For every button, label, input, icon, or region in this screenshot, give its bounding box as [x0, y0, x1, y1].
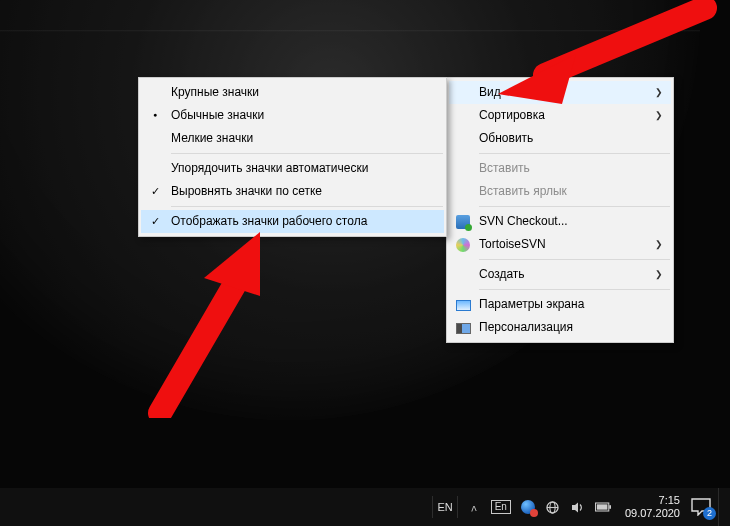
submenu-arrow-icon: [655, 263, 663, 286]
menu-separator: [479, 259, 670, 260]
menu-item-auto-arrange[interactable]: Упорядочить значки автоматически: [141, 157, 444, 180]
menu-item-label: TortoiseSVN: [479, 237, 546, 251]
svg-rect-6: [609, 505, 611, 509]
menu-separator: [479, 289, 670, 290]
menu-item-label: Выровнять значки по сетке: [171, 184, 322, 198]
menu-item-label: Персонализация: [479, 320, 573, 334]
menu-item-svn-checkout[interactable]: SVN Checkout...: [449, 210, 671, 233]
menu-item-label: Вставить ярлык: [479, 184, 567, 198]
menu-item-tortoisesvn[interactable]: TortoiseSVN: [449, 233, 671, 256]
menu-item-show-desktop-icons[interactable]: Отображать значки рабочего стола: [141, 210, 444, 233]
taskbar-separator: [457, 496, 458, 518]
lang-code[interactable]: EN: [437, 501, 452, 513]
wallpaper-equator-line: [0, 30, 700, 32]
menu-item-label: Отображать значки рабочего стола: [171, 214, 367, 228]
submenu-arrow-icon: [655, 104, 663, 127]
clock-time: 7:15: [625, 494, 680, 507]
svg-rect-7: [597, 504, 608, 509]
menu-item-label: Вставить: [479, 161, 530, 175]
menu-separator: [171, 206, 443, 207]
menu-item-label: Обычные значки: [171, 108, 264, 122]
battery-icon[interactable]: [595, 499, 611, 515]
svn-checkout-icon: [455, 214, 471, 230]
submenu-arrow-icon: [655, 81, 663, 104]
notification-count-badge: 2: [703, 507, 716, 520]
personalization-icon: [455, 320, 471, 336]
menu-item-label: Параметры экрана: [479, 297, 584, 311]
menu-item-sort[interactable]: Сортировка: [449, 104, 671, 127]
taskbar: EN ʌ En 7:15 09.07.2020 2: [0, 488, 730, 526]
network-icon[interactable]: [545, 499, 561, 515]
menu-separator: [479, 206, 670, 207]
desktop-context-menu: Вид Сортировка Обновить Вставить Вставит…: [446, 77, 674, 343]
taskbar-clock[interactable]: 7:15 09.07.2020: [625, 494, 680, 520]
keyboard-layout-badge[interactable]: En: [491, 500, 511, 514]
menu-separator: [171, 153, 443, 154]
tortoisesvn-icon: [455, 237, 471, 253]
display-settings-icon: [455, 297, 471, 313]
menu-item-label: Вид: [479, 85, 501, 99]
menu-item-small-icons[interactable]: Мелкие значки: [141, 127, 444, 150]
menu-item-label: Сортировка: [479, 108, 545, 122]
menu-item-label: Крупные значки: [171, 85, 259, 99]
menu-item-personalization[interactable]: Персонализация: [449, 316, 671, 339]
tray: ʌ En: [462, 499, 615, 515]
menu-item-view[interactable]: Вид: [449, 81, 671, 104]
tray-app-icon[interactable]: [520, 499, 536, 515]
menu-item-new[interactable]: Создать: [449, 263, 671, 286]
action-center-button[interactable]: 2: [688, 495, 714, 519]
menu-separator: [479, 153, 670, 154]
menu-item-label: Мелкие значки: [171, 131, 253, 145]
clock-date: 09.07.2020: [625, 507, 680, 520]
submenu-arrow-icon: [655, 233, 663, 256]
menu-item-paste-shortcut: Вставить ярлык: [449, 180, 671, 203]
menu-item-large-icons[interactable]: Крупные значки: [141, 81, 444, 104]
bullet-mark-icon: [141, 104, 169, 128]
show-desktop-button[interactable]: [718, 488, 724, 526]
taskbar-separator: [432, 496, 433, 518]
menu-item-paste: Вставить: [449, 157, 671, 180]
check-mark-icon: [141, 210, 169, 233]
view-submenu: Крупные значки Обычные значки Мелкие зна…: [138, 77, 447, 237]
menu-item-label: Упорядочить значки автоматически: [171, 161, 368, 175]
menu-item-label: Создать: [479, 267, 525, 281]
menu-item-refresh[interactable]: Обновить: [449, 127, 671, 150]
menu-item-label: SVN Checkout...: [479, 214, 568, 228]
volume-icon[interactable]: [570, 499, 586, 515]
menu-item-display-settings[interactable]: Параметры экрана: [449, 293, 671, 316]
check-mark-icon: [141, 180, 169, 203]
menu-item-medium-icons[interactable]: Обычные значки: [141, 104, 444, 127]
tray-overflow-chevron-icon[interactable]: ʌ: [466, 499, 482, 515]
menu-item-align-grid[interactable]: Выровнять значки по сетке: [141, 180, 444, 203]
menu-item-label: Обновить: [479, 131, 533, 145]
desktop[interactable]: Вид Сортировка Обновить Вставить Вставит…: [0, 0, 730, 526]
